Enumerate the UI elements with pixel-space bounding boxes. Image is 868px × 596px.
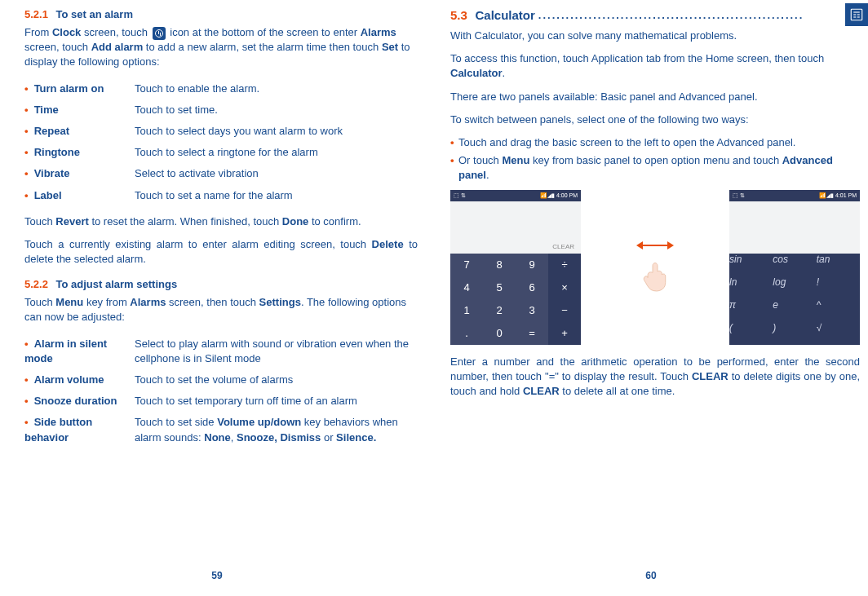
clear-label: CLEAR bbox=[552, 243, 574, 250]
calc-p5: Enter a number and the arithmetic operat… bbox=[450, 355, 860, 400]
calc-key: ! bbox=[817, 276, 860, 299]
status-left-icon: ⬚ ⇅ bbox=[733, 192, 745, 199]
option-name: Ringtone bbox=[34, 146, 80, 158]
option-row: • Snooze durationTouch to set temporary … bbox=[24, 391, 418, 412]
calc-p4: To switch between panels, select one of … bbox=[450, 113, 860, 127]
bullet-icon: • bbox=[24, 188, 31, 203]
bullet-icon: • bbox=[24, 166, 31, 181]
bullet-icon: • bbox=[450, 153, 458, 183]
calc-p1: With Calculator, you can solve many math… bbox=[450, 29, 860, 43]
sec-title: To adjust alarm settings bbox=[56, 278, 178, 290]
option-name: Turn alarm on bbox=[34, 82, 104, 95]
basic-keypad: 789÷456×123−.0=+ bbox=[450, 254, 581, 345]
bullet-icon: • bbox=[450, 135, 458, 150]
option-row: • TimeTouch to set time. bbox=[24, 99, 418, 121]
adjust-paragraph: Touch Menu key from Alarms screen, then … bbox=[24, 295, 418, 324]
revert-paragraph: Touch Revert to reset the alarm. When fi… bbox=[24, 214, 418, 229]
calc-key: π bbox=[729, 299, 773, 322]
calc-key: ^ bbox=[817, 299, 860, 322]
calc-key: 0 bbox=[483, 322, 516, 345]
calc-key: tan bbox=[817, 254, 860, 276]
calc-key: ÷ bbox=[548, 254, 581, 276]
delete-paragraph: Touch a currently existing alarm to ente… bbox=[24, 237, 418, 267]
heading-dots: ........................................… bbox=[535, 9, 860, 21]
option-row: • Alarm in silent modeSelect to play ala… bbox=[24, 333, 418, 369]
calc-key: 7 bbox=[450, 254, 483, 276]
svg-rect-0 bbox=[851, 9, 862, 20]
bullet-icon: • bbox=[24, 373, 31, 387]
option-name: Snooze duration bbox=[34, 395, 117, 407]
calculator-screenshots: ⬚ ⇅ 📶◢▮4:00 PM CLEAR 789÷456×123−.0=+ ⬚ … bbox=[450, 190, 860, 345]
calc-key: 1 bbox=[450, 299, 483, 322]
phone-advanced: ⬚ ⇅ 📶◢▮4:01 PM sincostanlnlog!πe^()√ bbox=[729, 190, 860, 345]
calc-key: . bbox=[450, 322, 483, 345]
option-name: Label bbox=[34, 189, 62, 201]
option-row: • LabelTouch to set a name for the alarm bbox=[24, 185, 418, 206]
status-bar: ⬚ ⇅ 📶◢▮4:00 PM bbox=[450, 190, 581, 201]
intro-paragraph: From Clock screen, touch icon at the bot… bbox=[24, 25, 418, 70]
calc-key: ( bbox=[729, 322, 773, 345]
bullet-2: • Or touch Menu key from basic panel to … bbox=[450, 153, 860, 183]
calc-key: 8 bbox=[483, 254, 516, 276]
calc-key: ln bbox=[729, 276, 773, 299]
calc-key: sin bbox=[729, 254, 773, 276]
option-desc: Select to play alarm with sound or vibra… bbox=[135, 333, 418, 369]
heading-521: 5.2.1 To set an alarm bbox=[24, 8, 418, 20]
bullet-icon: • bbox=[24, 145, 31, 160]
bullet-icon: • bbox=[24, 124, 31, 139]
swipe-indicator bbox=[586, 241, 724, 294]
manual-spread: 5.2.1 To set an alarm From Clock screen,… bbox=[0, 0, 868, 596]
option-row: • Side button behaviorTouch to set side … bbox=[24, 412, 418, 448]
calc-key: = bbox=[516, 322, 548, 345]
option-row: • Turn alarm onTouch to enable the alarm… bbox=[24, 78, 418, 99]
page-number: 59 bbox=[0, 570, 434, 581]
signal-icon: 📶◢▮ bbox=[819, 192, 834, 199]
bullet-1: • Touch and drag the basic screen to the… bbox=[450, 135, 860, 150]
page-number: 60 bbox=[434, 570, 868, 581]
swipe-arrows bbox=[636, 241, 674, 249]
calc-key: 5 bbox=[483, 276, 516, 299]
sec-title: To set an alarm bbox=[56, 8, 133, 20]
option-name: Alarm volume bbox=[34, 373, 104, 386]
option-name: Repeat bbox=[34, 125, 69, 137]
status-left-icon: ⬚ ⇅ bbox=[454, 192, 466, 199]
sec-number: 5.3 bbox=[450, 8, 467, 22]
sec-title: Calculator bbox=[475, 8, 534, 22]
option-name: Time bbox=[34, 104, 59, 116]
advanced-keypad: sincostanlnlog!πe^()√ bbox=[729, 254, 860, 345]
status-time: 4:00 PM bbox=[556, 192, 578, 198]
calc-key: × bbox=[548, 276, 581, 299]
option-row: • RepeatTouch to select days you want al… bbox=[24, 121, 418, 142]
sec-number: 5.2.1 bbox=[24, 8, 48, 20]
sec-number: 5.2.2 bbox=[24, 278, 48, 290]
arrow-right-icon bbox=[667, 241, 674, 249]
heading-53: 5.3 Calculator .........................… bbox=[450, 8, 860, 22]
option-desc: Select to activate vibration bbox=[135, 163, 418, 184]
calc-key: 4 bbox=[450, 276, 483, 299]
heading-522: 5.2.2 To adjust alarm settings bbox=[24, 278, 418, 290]
page-right: 5.3 Calculator .........................… bbox=[434, 0, 868, 596]
option-name: Alarm in silent mode bbox=[24, 338, 107, 364]
calc-p2: To access this function, touch Applicati… bbox=[450, 51, 860, 81]
calc-key: ) bbox=[773, 322, 816, 345]
settings-options-table: • Alarm in silent modeSelect to play ala… bbox=[24, 333, 418, 448]
status-bar: ⬚ ⇅ 📶◢▮4:01 PM bbox=[729, 190, 860, 201]
option-desc: Touch to set the volume of alarms bbox=[135, 369, 418, 391]
calc-key: − bbox=[548, 299, 581, 322]
calc-key: cos bbox=[773, 254, 816, 276]
option-desc: Touch to enable the alarm. bbox=[135, 78, 418, 99]
calc-key: √ bbox=[817, 322, 860, 345]
bullet-icon: • bbox=[24, 394, 31, 408]
calculator-app-icon bbox=[845, 3, 868, 26]
option-desc: Touch to select days you want alarm to w… bbox=[135, 121, 418, 142]
phone-basic: ⬚ ⇅ 📶◢▮4:00 PM CLEAR 789÷456×123−.0=+ bbox=[450, 190, 581, 345]
calc-key: 9 bbox=[516, 254, 548, 276]
option-desc: Touch to set a name for the alarm bbox=[135, 185, 418, 206]
calc-key: e bbox=[773, 299, 816, 322]
calc-p3: There are two panels available: Basic pa… bbox=[450, 90, 860, 104]
calc-key: 3 bbox=[516, 299, 548, 322]
option-name: Side button behavior bbox=[24, 416, 92, 443]
calc-key: 2 bbox=[483, 299, 516, 322]
option-name: Vibrate bbox=[34, 167, 70, 179]
status-time: 4:01 PM bbox=[835, 192, 857, 198]
